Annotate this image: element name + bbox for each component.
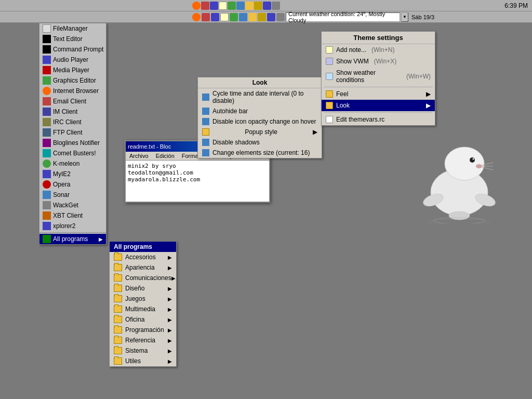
weather-dropdown-button[interactable]: ▼ [401,12,408,22]
menu-item-media-player[interactable]: Media Player [39,65,106,75]
referencia-folder-icon [114,337,122,344]
menu-item-sonar[interactable]: Sonar [39,190,106,200]
look-cycle-time[interactable]: Cycle time and date interval (0 to disab… [198,88,322,106]
look-disable-opacity[interactable]: Disable icon opacity change on hover [198,116,322,127]
sound-icon[interactable] [236,2,245,10]
menu-item-email-client[interactable]: Email Client [39,96,106,107]
programs-programacion[interactable]: Programación ▶ [110,325,176,335]
menu-item-command-prompt[interactable]: Command Prompt [39,44,106,55]
referencia-label: Referencia [125,337,155,344]
oficina-folder-icon [114,316,122,323]
look-folder-icon [326,102,333,109]
folder-icon[interactable] [245,2,254,10]
menu-item-xbt[interactable]: XBT Client [39,210,106,221]
accesorios-arrow-icon: ▶ [168,255,172,260]
lock-icon[interactable] [254,2,262,10]
taskbar2-folder-icon[interactable] [248,13,257,21]
opera-icon [43,180,51,189]
menu-item-myie[interactable]: MyIE2 [39,169,106,179]
task-icon[interactable] [210,2,218,10]
notepad-line-2: teodalton@gmail.com [128,169,267,176]
taskbar2-sound-icon[interactable] [239,13,247,21]
programs-apariencia[interactable]: Apariencia ▶ [110,262,176,273]
menu-item-kmeleon[interactable]: K-meleon [39,158,106,169]
apariencia-folder-icon [114,264,122,271]
im-client-label: IM Client [53,108,77,115]
programs-multimedia[interactable]: Multimedia ▶ [110,304,176,314]
menu-item-xplorer2[interactable]: xplorer2 [39,221,106,231]
programs-accesorios[interactable]: Accesorios ▶ [110,252,176,262]
xplorer2-label: xplorer2 [53,222,75,230]
taskbar2-gecko-icon[interactable] [192,13,201,21]
sys-icon[interactable] [272,2,280,10]
look-menu-title: Look [198,77,322,88]
bloglines-icon [43,139,51,147]
menu-item-internet-browser[interactable]: Internet Browser [39,86,106,96]
oficina-label: Oficina [125,316,144,323]
juegos-folder-icon [114,295,122,302]
chat-icon[interactable] [228,2,236,10]
look-disable-shadows[interactable]: Disable shadows [198,137,322,148]
email-client-label: Email Client [53,98,86,105]
svg-point-2 [470,157,475,163]
utiles-folder-icon [114,357,122,365]
theme-look[interactable]: Look ▶ [322,100,435,111]
menu-item-audio-player[interactable]: Audio Player [39,55,106,65]
taskbar2-sys-icon[interactable] [276,13,285,21]
env-icon[interactable] [201,2,209,10]
menu-item-text-editor[interactable]: Text Editor [39,34,106,44]
menu-item-comet[interactable]: Comet Busters! [39,148,106,158]
svg-point-4 [476,164,482,168]
programs-diseno[interactable]: Diseño ▶ [110,283,176,294]
programs-utiles[interactable]: Utiles ▶ [110,356,176,366]
net-icon[interactable] [263,2,271,10]
wackget-label: WackGet [53,202,78,209]
notepad-content[interactable]: minix2 by sryo teodalton@gmail.com myada… [126,161,269,200]
look-autohide[interactable]: Autohide bar [198,106,322,116]
menu-item-all-programs[interactable]: All programs ▶ [39,234,106,244]
taskbar2-lock-icon[interactable] [258,13,266,21]
gecko-icon[interactable] [192,2,201,10]
sistema-folder-icon [114,347,122,354]
theme-edit-themevars[interactable]: Edit themevars.rc [322,114,435,125]
programs-oficina[interactable]: Oficina ▶ [110,314,176,325]
programs-sistema[interactable]: Sistema ▶ [110,345,176,356]
menu-item-im-client[interactable]: IM Client [39,107,106,117]
menu-item-graphics-editor[interactable]: Graphics Editor [39,75,106,86]
programs-comunicaciones[interactable]: Comunicaciones ▶ [110,273,176,283]
menu-item-wackget[interactable]: WackGet [39,200,106,210]
notepad-menu-archivo[interactable]: Archivo [128,152,150,159]
theme-settings-menu: Theme settings Add note... (Win+N) Show … [321,31,435,126]
taskbar2-env-icon[interactable] [202,13,210,21]
comunicaciones-arrow-icon: ▶ [171,275,176,281]
disable-shadows-label: Disable shadows [212,139,260,146]
programs-juegos[interactable]: Juegos ▶ [110,294,176,304]
show-weather-shortcut: (Win+W) [406,73,431,80]
notepad-menu-edicion[interactable]: Edición [154,152,176,159]
theme-add-note[interactable]: Add note... (Win+N) [322,44,435,56]
all-programs-arrow-icon: ▶ [99,236,103,242]
programacion-label: Programación [125,326,164,334]
taskbar2-net-icon[interactable] [267,13,275,21]
mail-icon[interactable] [219,2,227,10]
menu-item-irc-client[interactable]: IRC Client [39,117,106,127]
menu-item-opera[interactable]: Opera [39,179,106,190]
taskbar2-chat-icon[interactable] [230,13,238,21]
show-weather-icon [326,73,333,80]
menu-item-bloglines[interactable]: Bloglines Notifier [39,138,106,148]
theme-show-vwm[interactable]: Show VWM (Win+X) [322,56,435,67]
all-programs-menu: All programs Accesorios ▶ Apariencia ▶ C… [109,241,177,367]
show-vwm-icon [326,58,333,65]
theme-show-weather[interactable]: Show weather conditions (Win+W) [322,67,435,86]
feel-folder-icon [326,90,333,98]
menu-item-ftp-client[interactable]: FTP Client [39,127,106,138]
taskbar2-task-icon[interactable] [211,13,219,21]
programs-referencia[interactable]: Referencia ▶ [110,335,176,345]
menu-item-filemanager[interactable]: FileManager [39,23,106,34]
look-change-elements-size[interactable]: Change elements size (current: 16) [198,148,322,158]
internet-browser-label: Internet Browser [53,87,99,95]
filemanager-label: FileManager [53,25,88,32]
theme-feel[interactable]: Feel ▶ [322,88,435,100]
taskbar2-mail-icon[interactable] [220,13,229,21]
look-popup-style[interactable]: Popup style ▶ [198,127,322,137]
